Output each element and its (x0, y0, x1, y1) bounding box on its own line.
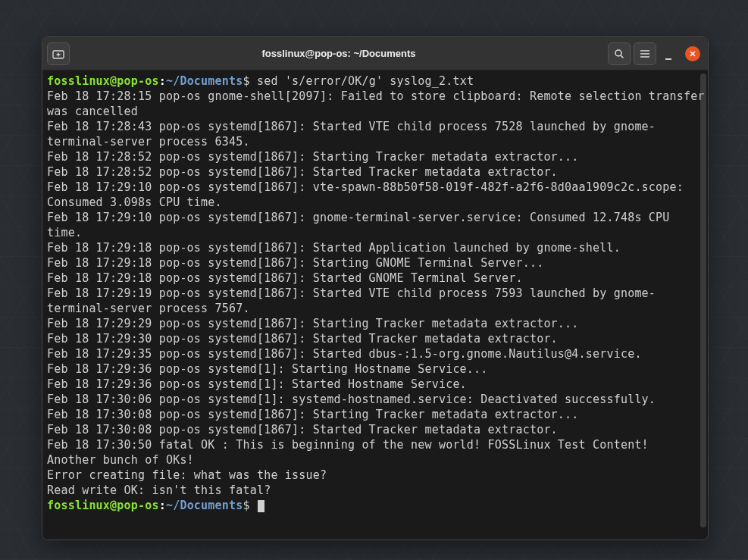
output-line: Feb 18 17:29:36 pop-os systemd[1]: Start… (47, 377, 467, 391)
output-line: Read write OK: isn't this fatal? (47, 483, 271, 497)
window-controls (664, 46, 700, 61)
prompt-colon: : (159, 499, 166, 512)
output-line: Feb 18 17:29:30 pop-os systemd[1867]: St… (47, 332, 558, 346)
output-line: Feb 18 17:30:08 pop-os systemd[1867]: St… (47, 408, 579, 421)
output-line: Feb 18 17:30:06 pop-os systemd[1]: syste… (47, 393, 656, 406)
hamburger-icon (640, 49, 650, 58)
minimize-button[interactable] (664, 46, 678, 61)
titlebar: fosslinux@pop-os: ~/Documents (42, 37, 708, 70)
output-line: Feb 18 17:29:35 pop-os systemd[1867]: St… (47, 347, 642, 361)
terminal-content: fosslinux@pop-os:~/Documents$ sed 's/err… (47, 74, 708, 513)
output-line: Feb 18 17:29:19 pop-os systemd[1867]: St… (47, 286, 656, 315)
output-line: Feb 18 17:28:43 pop-os systemd[1867]: St… (47, 120, 656, 149)
output-line: Feb 18 17:30:08 pop-os systemd[1867]: St… (47, 423, 558, 436)
output-line: Feb 18 17:29:36 pop-os systemd[1]: Start… (47, 362, 488, 376)
command-text: sed 's/error/OK/g' syslog_2.txt (257, 74, 474, 88)
output-line: Error creating file: what was the issue? (47, 468, 327, 482)
terminal-window: fosslinux@pop-os: ~/Documents (42, 36, 709, 540)
scrollbar[interactable] (700, 74, 706, 527)
prompt-colon: : (159, 74, 166, 88)
new-tab-icon (52, 48, 64, 59)
svg-point-3 (615, 50, 621, 56)
output-line: Feb 18 17:29:18 pop-os systemd[1867]: St… (47, 256, 543, 270)
prompt-path: ~/Documents (166, 74, 243, 88)
output-line: Feb 18 17:29:29 pop-os systemd[1867]: St… (47, 317, 579, 330)
prompt-path: ~/Documents (166, 499, 243, 512)
output-line: Feb 18 17:30:50 fatal OK : This is begin… (47, 438, 649, 452)
prompt-dollar: $ (243, 74, 256, 88)
close-button[interactable] (685, 46, 700, 61)
output-line: Feb 18 17:29:18 pop-os systemd[1867]: St… (47, 271, 523, 285)
minimize-icon (664, 52, 673, 61)
search-icon (614, 48, 624, 59)
output-line: Feb 18 17:29:18 pop-os systemd[1867]: St… (47, 241, 621, 255)
prompt-user-host: fosslinux@pop-os (47, 499, 159, 512)
output-line: Feb 18 17:28:52 pop-os systemd[1867]: St… (47, 150, 579, 164)
output-line: Another bunch of OKs! (47, 453, 194, 467)
output-line: Feb 18 17:29:10 pop-os systemd[1867]: gn… (47, 211, 677, 239)
menu-button[interactable] (634, 42, 656, 65)
window-title: fosslinux@pop-os: ~/Documents (73, 48, 605, 59)
cursor (258, 500, 264, 512)
output-line: Feb 18 17:29:10 pop-os systemd[1867]: vt… (47, 180, 690, 209)
new-tab-button[interactable] (47, 42, 70, 65)
output-line: Feb 18 17:28:52 pop-os systemd[1867]: St… (47, 165, 558, 179)
svg-line-4 (621, 55, 624, 58)
output-line: Feb 18 17:28:15 pop-os gnome-shell[2097]… (47, 89, 708, 118)
prompt-user-host: fosslinux@pop-os (47, 74, 159, 88)
close-icon (689, 50, 696, 58)
search-button[interactable] (608, 42, 631, 65)
terminal-body[interactable]: fosslinux@pop-os:~/Documents$ sed 's/err… (42, 70, 708, 540)
prompt-dollar: $ (243, 499, 256, 512)
